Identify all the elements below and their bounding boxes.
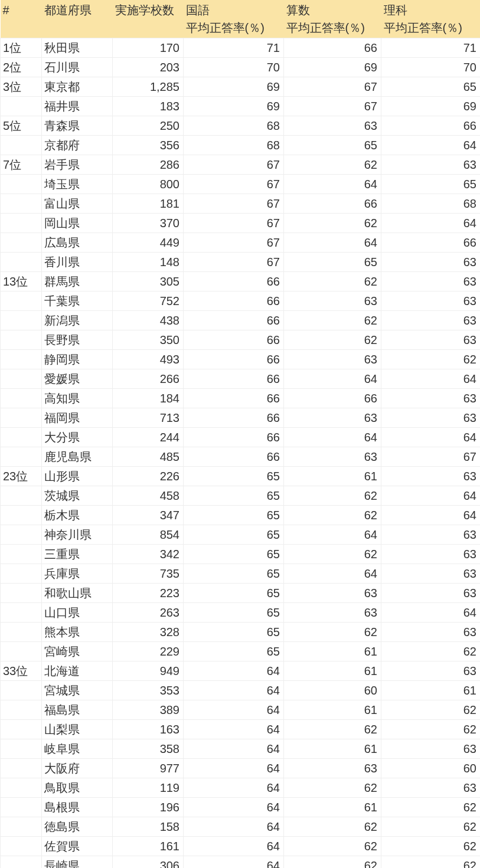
rika-cell: 62 (381, 720, 481, 739)
schools-cell: 183 (113, 97, 184, 116)
schools-cell: 226 (113, 467, 184, 486)
table-row: 宮崎県229656162 (1, 642, 481, 661)
sansuu-cell: 62 (284, 856, 381, 869)
schools-cell: 170 (113, 38, 184, 58)
rank-cell (1, 369, 42, 389)
sansuu-cell: 66 (284, 389, 381, 408)
rika-cell: 63 (381, 584, 481, 603)
sansuu-cell: 63 (284, 291, 381, 311)
schools-cell: 250 (113, 116, 184, 136)
sansuu-cell: 67 (284, 77, 381, 97)
sansuu-cell: 61 (284, 739, 381, 759)
rank-cell (1, 350, 42, 369)
prefecture-cell: 栃木県 (42, 506, 113, 525)
table-row: 鳥取県119646263 (1, 778, 481, 798)
rank-cell (1, 408, 42, 428)
rank-cell (1, 447, 42, 467)
prefecture-cell: 石川県 (42, 58, 113, 77)
table-row: 新潟県438666263 (1, 311, 481, 330)
kokugo-cell: 64 (184, 856, 284, 869)
prefecture-cell: 島根県 (42, 798, 113, 817)
prefecture-cell: 富山県 (42, 194, 113, 214)
table-row: 和歌山県223656363 (1, 584, 481, 603)
rank-cell (1, 525, 42, 545)
rika-cell: 66 (381, 116, 481, 136)
prefecture-cell: 広島県 (42, 233, 113, 253)
schools-cell: 244 (113, 428, 184, 447)
rank-cell (1, 486, 42, 506)
rank-cell (1, 856, 42, 869)
schools-cell: 752 (113, 291, 184, 311)
sansuu-cell: 62 (284, 837, 381, 856)
kokugo-cell: 66 (184, 447, 284, 467)
kokugo-cell: 69 (184, 77, 284, 97)
rank-cell (1, 584, 42, 603)
kokugo-cell: 66 (184, 369, 284, 389)
prefecture-cell: 京都府 (42, 136, 113, 155)
kokugo-cell: 65 (184, 642, 284, 661)
kokugo-cell: 66 (184, 350, 284, 369)
sansuu-cell: 65 (284, 253, 381, 272)
schools-cell: 1,285 (113, 77, 184, 97)
kokugo-cell: 66 (184, 389, 284, 408)
rika-cell: 64 (381, 136, 481, 155)
table-row: 広島県449676466 (1, 233, 481, 253)
prefecture-cell: 福井県 (42, 97, 113, 116)
sansuu-cell: 64 (284, 233, 381, 253)
table-row: 神奈川県854656463 (1, 525, 481, 545)
prefecture-cell: 岩手県 (42, 155, 113, 175)
header-kokugo: 国語 平均正答率(％) (184, 0, 284, 38)
schools-cell: 350 (113, 330, 184, 350)
prefecture-cell: 福岡県 (42, 408, 113, 428)
rika-cell: 64 (381, 214, 481, 233)
rika-cell: 62 (381, 642, 481, 661)
rika-cell: 62 (381, 856, 481, 869)
sansuu-cell: 61 (284, 661, 381, 681)
rika-cell: 63 (381, 467, 481, 486)
prefecture-cell: 香川県 (42, 253, 113, 272)
table-row: 7位岩手県286676263 (1, 155, 481, 175)
header-sansuu-sub: 平均正答率(％) (286, 21, 365, 34)
rika-cell: 63 (381, 545, 481, 564)
prefecture-cell: 宮城県 (42, 681, 113, 700)
sansuu-cell: 62 (284, 817, 381, 837)
prefecture-cell: 静岡県 (42, 350, 113, 369)
prefecture-cell: 山口県 (42, 603, 113, 623)
kokugo-cell: 66 (184, 272, 284, 291)
kokugo-cell: 65 (184, 564, 284, 584)
rank-cell (1, 817, 42, 837)
sansuu-cell: 62 (284, 214, 381, 233)
rank-cell: 2位 (1, 58, 42, 77)
rank-cell: 23位 (1, 467, 42, 486)
schools-cell: 263 (113, 603, 184, 623)
kokugo-cell: 68 (184, 136, 284, 155)
rika-cell: 64 (381, 369, 481, 389)
schools-cell: 493 (113, 350, 184, 369)
prefecture-cell: 大分県 (42, 428, 113, 447)
kokugo-cell: 65 (184, 467, 284, 486)
schools-cell: 305 (113, 272, 184, 291)
rika-cell: 63 (381, 272, 481, 291)
schools-cell: 306 (113, 856, 184, 869)
schools-cell: 148 (113, 253, 184, 272)
kokugo-cell: 65 (184, 506, 284, 525)
table-row: 島根県196646162 (1, 798, 481, 817)
table-row: 高知県184666663 (1, 389, 481, 408)
kokugo-cell: 67 (184, 214, 284, 233)
rank-cell (1, 253, 42, 272)
table-row: 福岡県713666363 (1, 408, 481, 428)
kokugo-cell: 64 (184, 739, 284, 759)
sansuu-cell: 69 (284, 58, 381, 77)
table-row: 徳島県158646262 (1, 817, 481, 837)
kokugo-cell: 67 (184, 233, 284, 253)
rank-cell (1, 291, 42, 311)
sansuu-cell: 61 (284, 798, 381, 817)
rika-cell: 64 (381, 428, 481, 447)
kokugo-cell: 64 (184, 720, 284, 739)
prefecture-cell: 長崎県 (42, 856, 113, 869)
prefecture-cell: 東京都 (42, 77, 113, 97)
rank-cell (1, 700, 42, 720)
rika-cell: 63 (381, 739, 481, 759)
table-row: 福島県389646162 (1, 700, 481, 720)
kokugo-cell: 70 (184, 58, 284, 77)
